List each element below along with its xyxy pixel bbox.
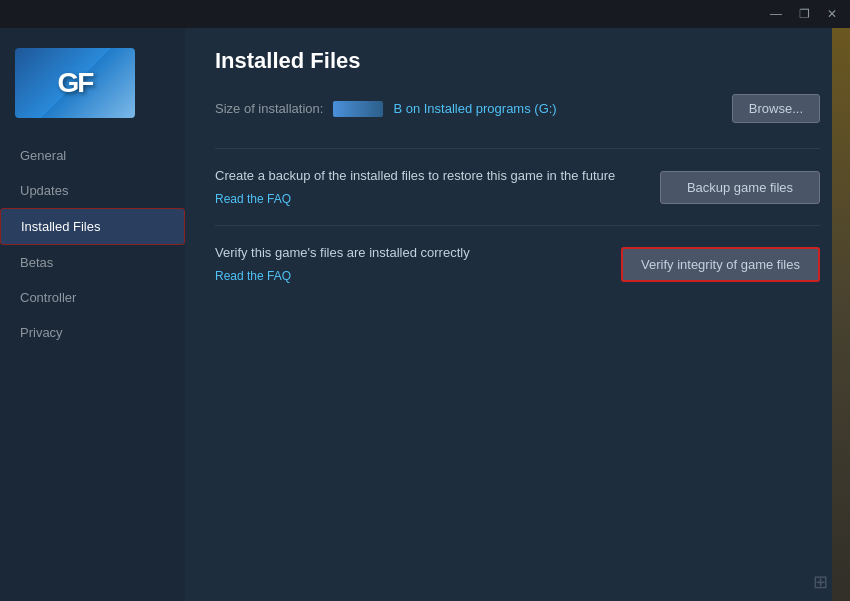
install-size-value: B on Installed programs (G:)	[393, 101, 556, 116]
main-container: GF General Updates Installed Files Betas…	[0, 28, 850, 601]
backup-description-text: Create a backup of the installed files t…	[215, 167, 640, 185]
grid-icon: ⊞	[813, 571, 828, 593]
verify-description-text: Verify this game's files are installed c…	[215, 244, 601, 262]
close-button[interactable]: ✕	[818, 0, 846, 28]
minimize-button[interactable]: —	[762, 0, 790, 28]
sidebar-item-betas[interactable]: Betas	[0, 245, 185, 280]
backup-faq-link[interactable]: Read the FAQ	[215, 192, 291, 206]
sidebar-item-privacy[interactable]: Privacy	[0, 315, 185, 350]
install-size-label: Size of installation:	[215, 101, 323, 116]
install-size-bar	[333, 101, 383, 117]
verify-integrity-button[interactable]: Verify integrity of game files	[621, 247, 820, 282]
sidebar: GF General Updates Installed Files Betas…	[0, 28, 185, 601]
art-strip	[832, 28, 850, 601]
page-title: Installed Files	[215, 48, 820, 74]
install-size-row: Size of installation: B on Installed pro…	[215, 94, 820, 123]
backup-button[interactable]: Backup game files	[660, 171, 820, 204]
verify-action-row: Verify this game's files are installed c…	[215, 225, 820, 302]
browse-button[interactable]: Browse...	[732, 94, 820, 123]
backup-description: Create a backup of the installed files t…	[215, 167, 640, 207]
sidebar-item-installed-files[interactable]: Installed Files	[0, 208, 185, 245]
sidebar-item-updates[interactable]: Updates	[0, 173, 185, 208]
sidebar-item-controller[interactable]: Controller	[0, 280, 185, 315]
title-bar: — ❐ ✕	[0, 0, 850, 28]
verify-description: Verify this game's files are installed c…	[215, 244, 601, 284]
content-area: Installed Files Size of installation: B …	[185, 28, 850, 601]
sidebar-item-general[interactable]: General	[0, 138, 185, 173]
game-logo: GF	[15, 48, 135, 118]
backup-action-row: Create a backup of the installed files t…	[215, 148, 820, 225]
verify-faq-link[interactable]: Read the FAQ	[215, 269, 291, 283]
restore-button[interactable]: ❐	[790, 0, 818, 28]
